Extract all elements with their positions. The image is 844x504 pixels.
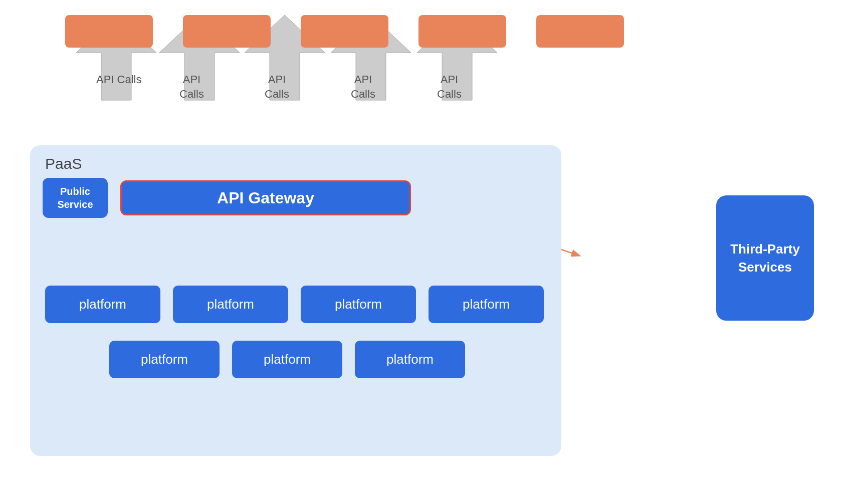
platform-row2: platform platform platform xyxy=(109,341,465,378)
platform-box-r1-1: platform xyxy=(45,286,160,323)
api-calls-label-2: APICalls xyxy=(179,73,204,101)
orange-box-5 xyxy=(536,15,624,48)
api-calls-label-3: APICalls xyxy=(265,73,289,101)
platform-box-r1-2: platform xyxy=(173,286,288,323)
paas-label: PaaS xyxy=(45,155,551,172)
orange-box-3 xyxy=(301,15,388,48)
orange-box-1 xyxy=(65,15,153,48)
api-calls-label-5: APICalls xyxy=(437,73,462,101)
api-calls-label-1: API Calls xyxy=(96,73,141,87)
orange-box-4 xyxy=(418,15,506,48)
platform-box-r2-3: platform xyxy=(355,341,465,378)
platform-box-r2-1: platform xyxy=(109,341,220,378)
api-gateway-box: API Gateway xyxy=(120,180,411,215)
third-party-services-box: Third-Party Services xyxy=(716,195,814,321)
public-service-box: Public Service xyxy=(43,178,108,218)
api-calls-label-4: APICalls xyxy=(351,73,375,101)
platform-box-r2-2: platform xyxy=(232,341,342,378)
platform-row1: platform platform platform platform xyxy=(45,286,544,323)
top-boxes-row xyxy=(65,15,624,48)
orange-box-2 xyxy=(183,15,271,48)
platform-box-r1-4: platform xyxy=(429,286,544,323)
diagram-container: API Calls APICalls APICalls APICalls API… xyxy=(0,0,844,504)
platform-box-r1-3: platform xyxy=(301,286,416,323)
